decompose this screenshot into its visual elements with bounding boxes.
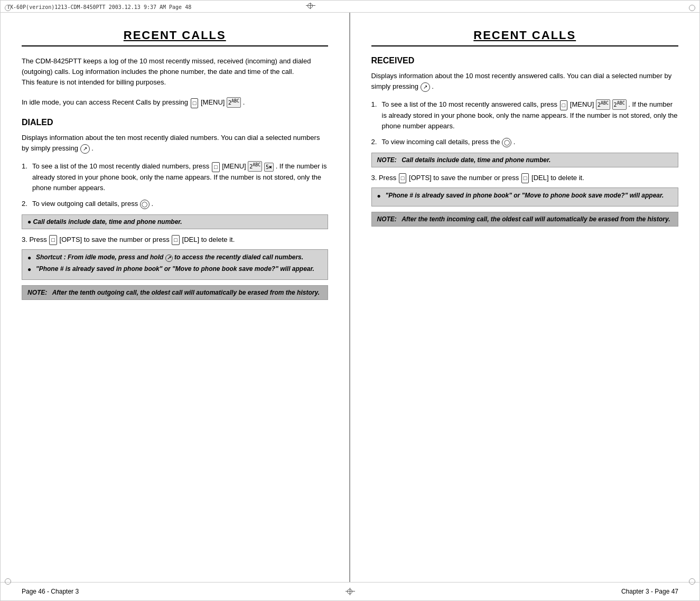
received-steps: 1. To see a list of the 10 most recently… [371, 99, 679, 147]
corner-mark-tl [5, 5, 11, 11]
dialed-bullet-2: ● "Phone # is already saved in phone boo… [27, 265, 322, 274]
footer-left: Page 46 - Chapter 3 [22, 588, 79, 595]
corner-mark-br [689, 578, 695, 585]
corner-mark-bl [5, 578, 11, 585]
menu-icon-right-step1: □ [560, 100, 568, 110]
shortcut-icon: ↗ [165, 255, 173, 262]
received-bullets-box: ● "Phone # is already saved in phone boo… [371, 187, 679, 206]
right-column: RECENT CALLS RECEIVED Displays informati… [350, 13, 700, 582]
dialed-bullet-1: ● Shortcut : From idle mode, press and h… [27, 253, 322, 262]
top-bar: TX-60P(verizon)1213-CDM-8450PTT 2003.12.… [1, 1, 699, 13]
received-step3: 3. Press □ [OPTS] to save the number or … [371, 173, 679, 183]
opts-icon-left: □ [49, 235, 57, 245]
received-note2: NOTE: After the tenth incoming call, the… [371, 212, 679, 227]
del-icon-right: □ [521, 173, 529, 183]
menu-icon-left: □ [191, 98, 199, 108]
left-column: RECENT CALLS The CDM-8425PTT keeps a log… [1, 13, 350, 582]
received-note1: NOTE: Call details include date, time an… [371, 153, 679, 167]
send-icon-dialed: ↗ [80, 144, 90, 154]
footer-right: Chapter 3 - Page 47 [621, 588, 678, 595]
received-bullet-1: ● "Phone # is already saved in phone boo… [377, 191, 673, 201]
opts-icon-right: □ [399, 173, 407, 183]
send-icon-received: ↗ [421, 82, 430, 92]
kbd-2abc-r1: 2ABC [596, 99, 610, 110]
content-area: RECENT CALLS The CDM-8425PTT keeps a log… [1, 13, 699, 582]
right-title: RECENT CALLS [371, 29, 679, 46]
intro-text: The CDM-8425PTT keeps a log of the 10 mo… [22, 56, 328, 88]
received-desc: Displays information about the 10 most r… [371, 71, 679, 92]
kbd-2abc-r2: 2ABC [612, 99, 627, 110]
dialed-desc: Displays information about the ten most … [22, 133, 328, 154]
kbd-2abc-1: 2ABC [227, 97, 241, 108]
dialed-title: DIALED [22, 118, 328, 127]
dialed-note2: NOTE: After the tenth outgoing call, the… [22, 285, 328, 300]
received-title: RECEIVED [371, 56, 679, 65]
dialed-step-1: 1. To see a list of the 10 most recently… [22, 161, 328, 193]
left-title: RECENT CALLS [22, 29, 328, 46]
footer-bar: Page 46 - Chapter 3 Chapter 3 - Page 47 [1, 582, 699, 600]
dialed-step3: 3. Press □ [OPTS] to save the number or … [22, 234, 328, 245]
dialed-steps: 1. To see a list of the 10 most recently… [22, 161, 328, 209]
kbd-5: 5✖ [264, 163, 274, 172]
corner-mark-tr [689, 5, 695, 11]
received-step-2: 2. To view incoming call details, press … [371, 137, 679, 147]
dialed-step-2: 2. To view outgoing call details, press … [22, 199, 328, 209]
topbar-text: TX-60P(verizon)1213-CDM-8450PTT 2003.12.… [7, 4, 191, 10]
dialed-note1: ● Call details include date, time and ph… [22, 214, 328, 229]
dialed-bullets-box: ● Shortcut : From idle mode, press and h… [22, 249, 328, 280]
send-icon-step2-left: ◯ [140, 200, 150, 209]
received-step-1: 1. To see a list of the 10 most recently… [371, 99, 679, 132]
send-icon-step2-right: ◯ [502, 138, 511, 147]
del-icon-left: □ [172, 235, 180, 245]
kbd-2abc-2: 2ABC [248, 161, 262, 172]
menu-icon-step1: □ [212, 162, 220, 172]
idle-access-text: In idle mode, you can access Recent Call… [22, 97, 328, 108]
